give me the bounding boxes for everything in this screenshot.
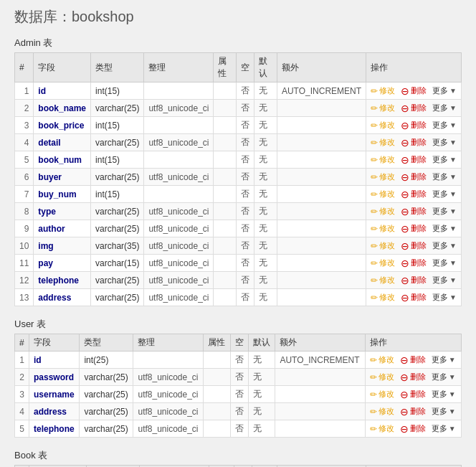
edit-button[interactable]: 修改: [379, 171, 395, 182]
row-null: 否: [237, 169, 254, 186]
more-button[interactable]: 更多: [432, 137, 448, 148]
dropdown-arrow-icon[interactable]: ▼: [449, 407, 456, 415]
row-default: 无: [254, 255, 277, 272]
dropdown-arrow-icon[interactable]: ▼: [449, 373, 456, 381]
edit-button[interactable]: 修改: [379, 389, 394, 400]
minus-icon: ⊖: [401, 103, 409, 114]
edit-button[interactable]: 修改: [379, 354, 394, 365]
delete-button[interactable]: 删除: [411, 189, 427, 199]
more-button[interactable]: 更多: [432, 258, 448, 268]
delete-button[interactable]: 删除: [411, 120, 427, 131]
delete-button[interactable]: 删除: [411, 154, 427, 165]
edit-button[interactable]: 修改: [379, 206, 395, 217]
delete-button[interactable]: 删除: [410, 423, 426, 434]
minus-icon: ⊖: [401, 85, 409, 97]
dropdown-arrow-icon[interactable]: ▼: [449, 104, 457, 112]
row-extra: [275, 386, 365, 403]
more-button[interactable]: 更多: [432, 223, 448, 234]
edit-button[interactable]: 修改: [379, 240, 395, 251]
delete-button[interactable]: 删除: [410, 372, 426, 382]
row-type: varchar(25): [91, 134, 144, 151]
more-button[interactable]: 更多: [432, 372, 447, 382]
pencil-icon: ✏: [370, 372, 377, 382]
row-ops: ✏修改⊖删除更多▼: [366, 186, 462, 203]
dropdown-arrow-icon[interactable]: ▼: [449, 293, 457, 301]
row-num: 7: [15, 186, 34, 203]
edit-button[interactable]: 修改: [379, 103, 395, 113]
dropdown-arrow-icon[interactable]: ▼: [449, 390, 456, 398]
row-null: 否: [237, 255, 254, 272]
edit-button[interactable]: 修改: [379, 120, 395, 131]
pencil-icon: ✏: [371, 224, 378, 234]
more-button[interactable]: 更多: [432, 189, 448, 199]
col-header-6: 默认: [249, 334, 275, 352]
dropdown-arrow-icon[interactable]: ▼: [449, 276, 457, 284]
edit-button[interactable]: 修改: [379, 137, 395, 148]
edit-button[interactable]: 修改: [379, 406, 394, 417]
delete-button[interactable]: 删除: [411, 171, 427, 182]
dropdown-arrow-icon[interactable]: ▼: [449, 173, 457, 181]
edit-button[interactable]: 修改: [379, 85, 395, 96]
dropdown-arrow-icon[interactable]: ▼: [449, 156, 457, 164]
more-button[interactable]: 更多: [432, 406, 447, 417]
dropdown-arrow-icon[interactable]: ▼: [449, 87, 457, 95]
delete-button[interactable]: 删除: [411, 137, 427, 148]
minus-icon: ⊖: [401, 240, 409, 252]
row-collation: [144, 82, 214, 100]
edit-button[interactable]: 修改: [379, 258, 395, 268]
row-type: varchar(25): [91, 220, 144, 237]
row-default: 无: [254, 117, 277, 134]
dropdown-arrow-icon[interactable]: ▼: [449, 190, 457, 198]
more-button[interactable]: 更多: [432, 85, 448, 96]
delete-button[interactable]: 删除: [411, 85, 427, 96]
dropdown-arrow-icon[interactable]: ▼: [449, 225, 457, 232]
edit-button[interactable]: 修改: [379, 154, 395, 165]
delete-button[interactable]: 删除: [410, 406, 426, 417]
more-button[interactable]: 更多: [432, 171, 448, 182]
more-button[interactable]: 更多: [432, 154, 448, 165]
edit-button[interactable]: 修改: [379, 372, 394, 382]
dropdown-arrow-icon[interactable]: ▼: [449, 138, 457, 146]
dropdown-arrow-icon[interactable]: ▼: [449, 207, 457, 215]
row-extra: [275, 420, 365, 438]
delete-button[interactable]: 删除: [410, 354, 426, 365]
more-button[interactable]: 更多: [432, 354, 447, 365]
delete-button[interactable]: 删除: [411, 275, 427, 286]
row-collation: [144, 117, 214, 134]
edit-button[interactable]: 修改: [379, 292, 395, 303]
row-extra: [275, 403, 365, 420]
more-button[interactable]: 更多: [432, 389, 447, 400]
dropdown-arrow-icon[interactable]: ▼: [449, 425, 456, 433]
edit-button[interactable]: 修改: [379, 223, 395, 234]
row-extra: [277, 169, 366, 186]
row-default: 无: [254, 82, 277, 100]
delete-button[interactable]: 删除: [411, 258, 427, 268]
more-button[interactable]: 更多: [432, 423, 447, 434]
delete-button[interactable]: 删除: [411, 292, 427, 303]
delete-button[interactable]: 删除: [411, 103, 427, 113]
dropdown-arrow-icon[interactable]: ▼: [449, 242, 457, 250]
row-extra: [277, 220, 366, 237]
row-attr: [214, 237, 237, 255]
more-button[interactable]: 更多: [432, 103, 448, 113]
pencil-icon: ✏: [370, 424, 377, 434]
dropdown-arrow-icon[interactable]: ▼: [449, 121, 457, 129]
dropdown-arrow-icon[interactable]: ▼: [449, 259, 457, 267]
pencil-icon: ✏: [371, 258, 378, 268]
more-button[interactable]: 更多: [432, 275, 448, 286]
more-button[interactable]: 更多: [432, 206, 448, 217]
pencil-icon: ✏: [370, 407, 377, 417]
edit-button[interactable]: 修改: [379, 423, 394, 434]
edit-button[interactable]: 修改: [379, 189, 395, 199]
more-button[interactable]: 更多: [432, 120, 448, 131]
dropdown-arrow-icon[interactable]: ▼: [449, 356, 456, 364]
minus-icon: ⊖: [401, 120, 409, 131]
edit-button[interactable]: 修改: [379, 275, 395, 286]
delete-button[interactable]: 删除: [411, 223, 427, 234]
delete-button[interactable]: 删除: [411, 240, 427, 251]
delete-button[interactable]: 删除: [410, 389, 426, 400]
more-button[interactable]: 更多: [432, 292, 448, 303]
delete-button[interactable]: 删除: [411, 206, 427, 217]
more-button[interactable]: 更多: [432, 240, 448, 251]
minus-icon: ⊖: [400, 354, 409, 366]
